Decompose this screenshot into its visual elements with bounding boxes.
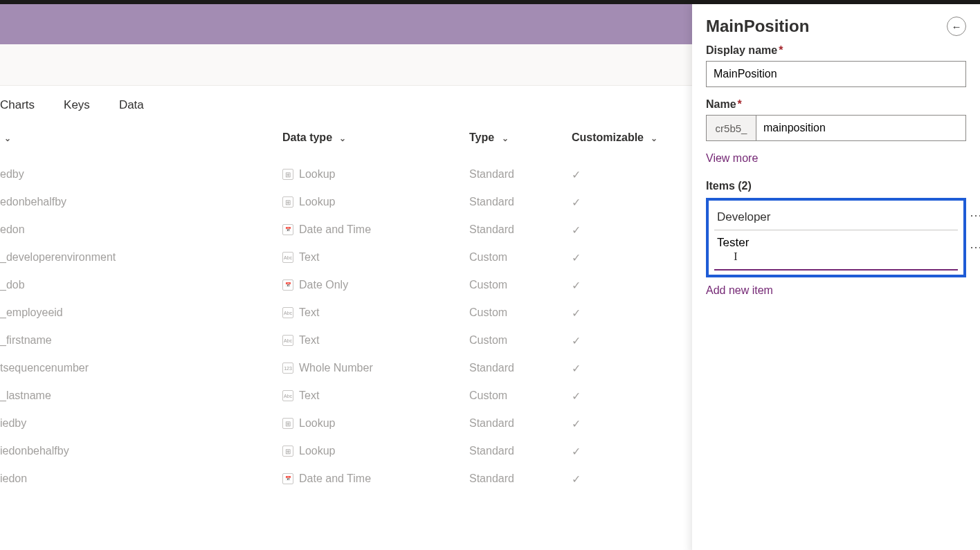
check-icon: ✓ bbox=[572, 335, 581, 347]
cell-name: _firstname bbox=[0, 334, 282, 347]
cell-name: _employeeid bbox=[0, 306, 282, 319]
back-button[interactable]: ← bbox=[947, 17, 966, 36]
cell-name: edon bbox=[0, 223, 282, 236]
chevron-down-icon: ⌄ bbox=[651, 134, 657, 143]
cell-type: Custom bbox=[469, 251, 572, 264]
cell-type: Custom bbox=[469, 279, 572, 291]
column-header-customizable[interactable]: Customizable ⌄ bbox=[572, 131, 669, 144]
cell-name: _dob bbox=[0, 279, 282, 291]
check-icon: ✓ bbox=[572, 390, 581, 402]
cell-datatype: ⊞Lookup bbox=[282, 445, 469, 457]
cell-type: Standard bbox=[469, 196, 572, 208]
datatype-icon: ⊞ bbox=[282, 418, 293, 429]
cell-datatype: ⊞Lookup bbox=[282, 168, 469, 181]
check-icon: ✓ bbox=[572, 446, 581, 457]
check-icon: ✓ bbox=[572, 224, 581, 236]
display-name-label: Display name* bbox=[706, 44, 966, 57]
name-prefix: cr5b5_ bbox=[706, 115, 756, 141]
cell-customizable: ✓ bbox=[572, 362, 669, 375]
display-name-input[interactable] bbox=[706, 61, 966, 87]
column-header-datatype[interactable]: Data type ⌄ bbox=[282, 131, 469, 144]
check-icon: ✓ bbox=[572, 473, 581, 485]
tab-keys[interactable]: Keys bbox=[64, 98, 90, 112]
items-highlight-box: Developer I bbox=[706, 198, 966, 277]
cell-customizable: ✓ bbox=[572, 334, 669, 347]
cell-datatype: ⊞Lookup bbox=[282, 417, 469, 430]
cell-name: edby bbox=[0, 168, 282, 181]
cell-customizable: ✓ bbox=[572, 473, 669, 486]
cell-datatype: 123Whole Number bbox=[282, 362, 469, 374]
column-header-datatype-label: Data type bbox=[282, 131, 332, 143]
cell-datatype: 📅Date and Time bbox=[282, 473, 469, 485]
datatype-icon: Abc bbox=[282, 252, 293, 263]
cell-customizable: ✓ bbox=[572, 389, 669, 403]
choice-item-row[interactable]: Developer bbox=[714, 205, 958, 230]
check-icon: ✓ bbox=[572, 252, 581, 264]
check-icon: ✓ bbox=[572, 196, 581, 208]
check-icon: ✓ bbox=[572, 169, 581, 181]
arrow-left-icon: ← bbox=[952, 21, 962, 33]
cell-name: _lastname bbox=[0, 389, 282, 402]
tab-charts[interactable]: Charts bbox=[0, 98, 35, 112]
cell-datatype: AbcText bbox=[282, 334, 469, 347]
choice-edit-panel: MainPosition ← Display name* Name* cr5b5… bbox=[692, 4, 980, 550]
cell-customizable: ✓ bbox=[572, 306, 669, 320]
text-cursor-icon: I bbox=[734, 250, 738, 263]
cell-customizable: ✓ bbox=[572, 251, 669, 264]
item-more-menu[interactable]: ⋯ bbox=[970, 208, 980, 223]
datatype-icon: ⊞ bbox=[282, 196, 293, 208]
column-header-type[interactable]: Type ⌄ bbox=[469, 131, 572, 144]
cell-datatype: 📅Date and Time bbox=[282, 223, 469, 236]
cell-type: Standard bbox=[469, 168, 572, 181]
datatype-icon: 📅 bbox=[282, 473, 293, 484]
add-new-item-link[interactable]: Add new item bbox=[706, 284, 773, 297]
check-icon: ✓ bbox=[572, 307, 581, 319]
chevron-down-icon: ⌄ bbox=[4, 134, 11, 143]
tab-data[interactable]: Data bbox=[119, 98, 144, 112]
cell-type: Custom bbox=[469, 334, 572, 347]
chevron-down-icon: ⌄ bbox=[502, 134, 509, 143]
cell-name: iedby bbox=[0, 417, 282, 430]
cell-datatype: ⊞Lookup bbox=[282, 196, 469, 208]
cell-customizable: ✓ bbox=[572, 168, 669, 181]
column-header-name[interactable]: ⌄ bbox=[0, 131, 282, 144]
datatype-icon: 📅 bbox=[282, 279, 293, 291]
datatype-icon: 📅 bbox=[282, 224, 293, 235]
datatype-icon: Abc bbox=[282, 307, 293, 318]
cell-name: edonbehalfby bbox=[0, 196, 282, 208]
name-input[interactable] bbox=[756, 115, 966, 141]
cell-customizable: ✓ bbox=[572, 417, 669, 430]
datatype-icon: ⊞ bbox=[282, 446, 293, 457]
cell-type: Custom bbox=[469, 306, 572, 319]
datatype-icon: Abc bbox=[282, 335, 293, 346]
choice-item-value: Developer bbox=[717, 210, 771, 223]
column-header-customizable-label: Customizable bbox=[572, 131, 644, 143]
name-label: Name* bbox=[706, 98, 966, 111]
items-heading: Items (2) bbox=[706, 180, 966, 192]
cell-name: tsequencenumber bbox=[0, 362, 282, 374]
cell-type: Standard bbox=[469, 473, 572, 485]
datatype-icon: 123 bbox=[282, 363, 293, 374]
cell-customizable: ✓ bbox=[572, 279, 669, 292]
cell-type: Standard bbox=[469, 445, 572, 457]
column-header-type-label: Type bbox=[469, 131, 494, 143]
cell-customizable: ✓ bbox=[572, 196, 669, 209]
cell-name: iedon bbox=[0, 473, 282, 485]
check-icon: ✓ bbox=[572, 279, 581, 291]
cell-type: Custom bbox=[469, 389, 572, 402]
cell-name: iedonbehalfby bbox=[0, 445, 282, 457]
check-icon: ✓ bbox=[572, 363, 581, 374]
choice-item-row[interactable]: I bbox=[714, 230, 958, 271]
cell-type: Standard bbox=[469, 223, 572, 236]
cell-type: Standard bbox=[469, 417, 572, 430]
cell-customizable: ✓ bbox=[572, 445, 669, 458]
item-more-menu[interactable]: ⋯ bbox=[970, 239, 980, 255]
chevron-down-icon: ⌄ bbox=[339, 134, 346, 143]
datatype-icon: Abc bbox=[282, 390, 293, 401]
cell-datatype: AbcText bbox=[282, 389, 469, 402]
cell-type: Standard bbox=[469, 362, 572, 374]
view-more-link[interactable]: View more bbox=[706, 152, 758, 165]
choice-item-input[interactable] bbox=[717, 236, 955, 250]
cell-customizable: ✓ bbox=[572, 223, 669, 237]
panel-title: MainPosition bbox=[706, 17, 809, 36]
